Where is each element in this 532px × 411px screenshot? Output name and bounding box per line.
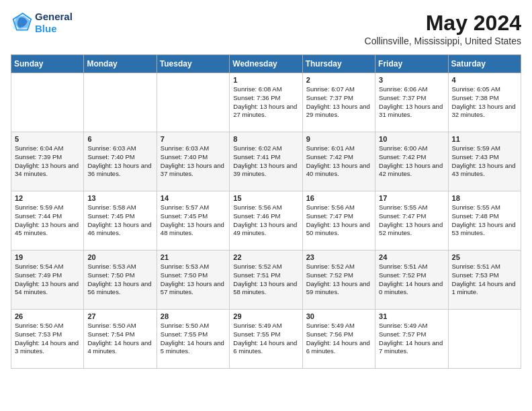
calendar-body: 1Sunrise: 6:08 AM Sunset: 7:36 PM Daylig… <box>11 73 521 369</box>
day-info: Sunrise: 5:57 AM Sunset: 7:45 PM Dayligh… <box>161 203 226 238</box>
calendar-cell: 16Sunrise: 5:56 AM Sunset: 7:47 PM Dayli… <box>302 191 375 250</box>
calendar-week-5: 26Sunrise: 5:50 AM Sunset: 7:53 PM Dayli… <box>11 310 521 369</box>
day-info: Sunrise: 6:00 AM Sunset: 7:42 PM Dayligh… <box>379 144 444 179</box>
day-number: 9 <box>306 135 371 143</box>
calendar-cell <box>11 73 84 132</box>
day-info: Sunrise: 5:51 AM Sunset: 7:52 PM Dayligh… <box>379 263 444 297</box>
day-info: Sunrise: 6:07 AM Sunset: 7:37 PM Dayligh… <box>306 85 371 120</box>
page-header: General Blue May 2024 Collinsville, Miss… <box>11 11 521 46</box>
calendar-cell: 10Sunrise: 6:00 AM Sunset: 7:42 PM Dayli… <box>375 132 448 191</box>
day-info: Sunrise: 6:06 AM Sunset: 7:37 PM Dayligh… <box>379 85 444 120</box>
day-info: Sunrise: 6:04 AM Sunset: 7:39 PM Dayligh… <box>15 144 80 179</box>
day-info: Sunrise: 5:54 AM Sunset: 7:49 PM Dayligh… <box>15 263 80 297</box>
calendar-cell: 25Sunrise: 5:51 AM Sunset: 7:53 PM Dayli… <box>448 250 521 310</box>
calendar-week-2: 5Sunrise: 6:04 AM Sunset: 7:39 PM Daylig… <box>11 132 521 191</box>
calendar-cell: 31Sunrise: 5:49 AM Sunset: 7:57 PM Dayli… <box>375 310 448 369</box>
day-number: 21 <box>161 253 226 261</box>
day-number: 28 <box>161 312 226 320</box>
day-number: 6 <box>87 135 152 143</box>
weekday-header-friday: Friday <box>375 55 448 73</box>
calendar-cell: 14Sunrise: 5:57 AM Sunset: 7:45 PM Dayli… <box>157 191 229 250</box>
calendar-cell: 2Sunrise: 6:07 AM Sunset: 7:37 PM Daylig… <box>302 73 375 132</box>
day-info: Sunrise: 5:50 AM Sunset: 7:54 PM Dayligh… <box>87 322 152 356</box>
day-number: 30 <box>306 312 371 320</box>
calendar-cell: 4Sunrise: 6:05 AM Sunset: 7:38 PM Daylig… <box>448 73 521 132</box>
calendar-cell: 15Sunrise: 5:56 AM Sunset: 7:46 PM Dayli… <box>230 191 302 250</box>
logo-line2: Blue <box>35 23 73 35</box>
calendar-cell: 22Sunrise: 5:52 AM Sunset: 7:51 PM Dayli… <box>230 250 302 310</box>
calendar-cell: 30Sunrise: 5:49 AM Sunset: 7:56 PM Dayli… <box>302 310 375 369</box>
logo-line1: General <box>35 11 73 23</box>
day-info: Sunrise: 5:50 AM Sunset: 7:53 PM Dayligh… <box>15 322 80 356</box>
weekday-header-sunday: Sunday <box>11 55 84 73</box>
calendar-cell: 9Sunrise: 6:01 AM Sunset: 7:42 PM Daylig… <box>302 132 375 191</box>
calendar-cell: 13Sunrise: 5:58 AM Sunset: 7:45 PM Dayli… <box>84 191 157 250</box>
day-info: Sunrise: 6:01 AM Sunset: 7:42 PM Dayligh… <box>306 144 371 179</box>
calendar-cell <box>84 73 157 132</box>
day-number: 14 <box>161 194 226 202</box>
day-info: Sunrise: 5:55 AM Sunset: 7:47 PM Dayligh… <box>379 203 444 238</box>
day-number: 7 <box>161 135 226 143</box>
day-number: 25 <box>452 253 517 261</box>
calendar-cell: 24Sunrise: 5:51 AM Sunset: 7:52 PM Dayli… <box>375 250 448 310</box>
day-number: 23 <box>306 253 371 261</box>
day-number: 19 <box>15 253 80 261</box>
day-number: 26 <box>15 312 80 320</box>
day-number: 27 <box>87 312 152 320</box>
calendar-cell: 5Sunrise: 6:04 AM Sunset: 7:39 PM Daylig… <box>11 132 84 191</box>
calendar-cell: 19Sunrise: 5:54 AM Sunset: 7:49 PM Dayli… <box>11 250 84 310</box>
calendar-week-4: 19Sunrise: 5:54 AM Sunset: 7:49 PM Dayli… <box>11 250 521 310</box>
calendar-cell: 1Sunrise: 6:08 AM Sunset: 7:36 PM Daylig… <box>230 73 302 132</box>
day-number: 18 <box>452 194 517 202</box>
day-info: Sunrise: 5:51 AM Sunset: 7:53 PM Dayligh… <box>452 263 517 297</box>
calendar-cell: 17Sunrise: 5:55 AM Sunset: 7:47 PM Dayli… <box>375 191 448 250</box>
day-number: 12 <box>15 194 80 202</box>
day-number: 11 <box>452 135 517 143</box>
calendar-cell: 26Sunrise: 5:50 AM Sunset: 7:53 PM Dayli… <box>11 310 84 369</box>
calendar-week-1: 1Sunrise: 6:08 AM Sunset: 7:36 PM Daylig… <box>11 73 521 132</box>
day-number: 16 <box>306 194 371 202</box>
calendar-header: SundayMondayTuesdayWednesdayThursdayFrid… <box>11 55 521 73</box>
day-info: Sunrise: 5:58 AM Sunset: 7:45 PM Dayligh… <box>87 203 152 238</box>
calendar-cell: 23Sunrise: 5:52 AM Sunset: 7:52 PM Dayli… <box>302 250 375 310</box>
day-number: 4 <box>452 76 517 84</box>
day-info: Sunrise: 5:49 AM Sunset: 7:55 PM Dayligh… <box>233 322 298 356</box>
calendar-cell: 27Sunrise: 5:50 AM Sunset: 7:54 PM Dayli… <box>84 310 157 369</box>
weekday-header-thursday: Thursday <box>302 55 375 73</box>
calendar-table: SundayMondayTuesdayWednesdayThursdayFrid… <box>11 54 521 369</box>
day-info: Sunrise: 6:03 AM Sunset: 7:40 PM Dayligh… <box>161 144 226 179</box>
calendar-cell: 21Sunrise: 5:53 AM Sunset: 7:50 PM Dayli… <box>157 250 229 310</box>
day-number: 17 <box>379 194 444 202</box>
weekday-header-monday: Monday <box>84 55 157 73</box>
calendar-cell <box>448 310 521 369</box>
day-number: 20 <box>87 253 152 261</box>
day-info: Sunrise: 5:53 AM Sunset: 7:50 PM Dayligh… <box>161 263 226 297</box>
calendar-cell: 28Sunrise: 5:50 AM Sunset: 7:55 PM Dayli… <box>157 310 229 369</box>
day-number: 3 <box>379 76 444 84</box>
day-number: 2 <box>306 76 371 84</box>
title-block: May 2024 Collinsville, Mississippi, Unit… <box>365 11 521 46</box>
day-info: Sunrise: 5:59 AM Sunset: 7:44 PM Dayligh… <box>15 203 80 238</box>
day-info: Sunrise: 5:49 AM Sunset: 7:57 PM Dayligh… <box>379 322 444 356</box>
calendar-cell: 29Sunrise: 5:49 AM Sunset: 7:55 PM Dayli… <box>230 310 302 369</box>
calendar-cell: 6Sunrise: 6:03 AM Sunset: 7:40 PM Daylig… <box>84 132 157 191</box>
day-info: Sunrise: 6:08 AM Sunset: 7:36 PM Dayligh… <box>233 85 298 120</box>
day-number: 15 <box>233 194 298 202</box>
day-info: Sunrise: 5:55 AM Sunset: 7:48 PM Dayligh… <box>452 203 517 238</box>
calendar-cell: 3Sunrise: 6:06 AM Sunset: 7:37 PM Daylig… <box>375 73 448 132</box>
day-info: Sunrise: 6:02 AM Sunset: 7:41 PM Dayligh… <box>233 144 298 179</box>
day-number: 22 <box>233 253 298 261</box>
day-info: Sunrise: 5:56 AM Sunset: 7:46 PM Dayligh… <box>233 203 298 238</box>
day-number: 29 <box>233 312 298 320</box>
day-info: Sunrise: 5:59 AM Sunset: 7:43 PM Dayligh… <box>452 144 517 179</box>
calendar-subtitle: Collinsville, Mississippi, United States <box>365 36 521 46</box>
calendar-cell: 8Sunrise: 6:02 AM Sunset: 7:41 PM Daylig… <box>230 132 302 191</box>
day-info: Sunrise: 5:50 AM Sunset: 7:55 PM Dayligh… <box>161 322 226 356</box>
day-number: 24 <box>379 253 444 261</box>
logo-icon <box>11 12 32 34</box>
weekday-header-row: SundayMondayTuesdayWednesdayThursdayFrid… <box>11 55 521 73</box>
calendar-cell: 12Sunrise: 5:59 AM Sunset: 7:44 PM Dayli… <box>11 191 84 250</box>
day-info: Sunrise: 5:52 AM Sunset: 7:51 PM Dayligh… <box>233 263 298 297</box>
day-info: Sunrise: 6:05 AM Sunset: 7:38 PM Dayligh… <box>452 85 517 120</box>
calendar-cell: 20Sunrise: 5:53 AM Sunset: 7:50 PM Dayli… <box>84 250 157 310</box>
